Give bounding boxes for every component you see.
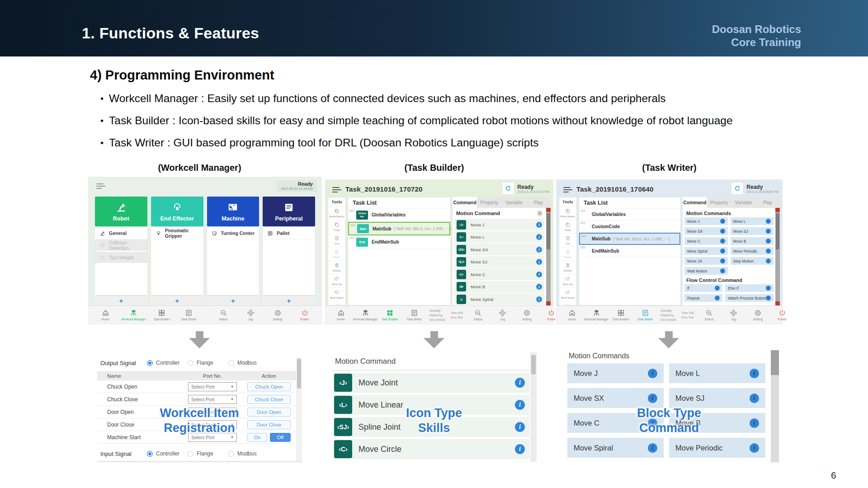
command-repeat[interactable]: Repeat — [684, 294, 722, 302]
command-move-periodic[interactable]: Move Periodic — [731, 247, 774, 255]
block-move-sx[interactable]: Move SX — [567, 388, 664, 408]
info-icon[interactable] — [515, 444, 525, 454]
scroll-up-button[interactable] — [775, 208, 780, 212]
task-row-globalvariables[interactable]: 001 GlobalVariables — [579, 208, 680, 221]
scrollbar-thumb[interactable] — [297, 359, 301, 389]
command-move-spiral[interactable]: ◎Move Spiral — [454, 293, 544, 305]
info-icon[interactable] — [750, 394, 759, 403]
info-icon[interactable] — [766, 219, 771, 224]
info-icon[interactable] — [648, 443, 657, 453]
add-robot-button[interactable]: + — [95, 296, 147, 305]
nav-home[interactable]: Home — [331, 309, 351, 321]
info-icon[interactable] — [720, 239, 725, 244]
block-move-periodic[interactable]: Move Periodic — [669, 438, 765, 458]
info-icon[interactable] — [536, 247, 542, 253]
info-icon[interactable] — [536, 222, 542, 228]
tab-command[interactable]: Command — [453, 197, 477, 208]
task-row-mainsub-selected[interactable]: 002 Start MainSub ( Task Vel. 250.0, Acc… — [348, 222, 450, 235]
command-move-c[interactable]: Move C — [684, 237, 728, 245]
task-row-mainsub-selected[interactable]: 003 MainSub [ Task Vel. 250.0, Acc. 1.00… — [579, 233, 680, 245]
tool-multi-select[interactable]: Multi-Select — [559, 206, 576, 220]
radio-flange[interactable]: Flange — [188, 360, 228, 366]
info-icon[interactable] — [648, 369, 657, 378]
tab-property[interactable]: Property — [707, 197, 731, 208]
tab-play[interactable]: Play — [526, 197, 551, 208]
radio-controller[interactable]: Controller — [147, 360, 188, 366]
scrollbar-thumb[interactable] — [771, 350, 779, 375]
radio-controller[interactable]: Controller — [147, 450, 188, 457]
command-watch-process-button[interactable]: Watch Process Button — [725, 294, 774, 302]
info-icon[interactable] — [536, 272, 542, 277]
radio-modbus[interactable]: Modbus — [228, 450, 269, 457]
task-row-globalvariables[interactable]: 001 Global Var. GlobalVariables — [348, 208, 450, 222]
tool-paste[interactable]: Paste — [559, 247, 576, 261]
chuck-open-button[interactable]: Chuck Open — [247, 382, 291, 391]
port-select[interactable]: Select Port — [188, 382, 237, 391]
nav-task-builder[interactable]: Task Builder — [151, 309, 173, 321]
tab-command[interactable]: Command — [683, 197, 707, 208]
info-icon[interactable] — [750, 369, 759, 378]
command-move-sj[interactable]: ‹SJ›Move SJ — [454, 256, 544, 268]
scrollbar-thumb[interactable] — [776, 213, 779, 249]
menu-icon[interactable] — [563, 186, 572, 194]
info-icon[interactable] — [536, 284, 542, 290]
refresh-button[interactable] — [502, 182, 514, 195]
tool-row-down[interactable]: Row Down — [328, 288, 345, 301]
info-icon[interactable] — [750, 443, 759, 453]
nav-workcell-manager[interactable]: Workcell Manager — [121, 309, 146, 321]
scrollbar[interactable] — [546, 208, 551, 305]
tool-cut[interactable]: Cut — [328, 234, 345, 247]
info-icon[interactable] — [720, 268, 725, 273]
info-icon[interactable] — [720, 229, 725, 234]
nav-home[interactable]: Home — [562, 309, 582, 321]
info-icon[interactable] — [766, 258, 771, 263]
tile-peripheral[interactable]: Peripheral — [263, 197, 315, 226]
block-move-l[interactable]: Move L — [669, 363, 765, 383]
nav-power[interactable]: Power — [772, 309, 792, 321]
scroll-down-button[interactable] — [546, 301, 551, 305]
list-item-collision-detection[interactable]: Collision Detection — [95, 239, 147, 252]
list-item-pneumatic-gripper[interactable]: Pneumatic Gripper — [151, 227, 203, 239]
list-item-general[interactable]: General — [95, 227, 147, 239]
skill-move-circle[interactable]: ‹C› Move Circle — [333, 439, 529, 459]
tool-copy[interactable]: Copy — [328, 220, 345, 234]
command-move-l[interactable]: Move L — [731, 217, 774, 225]
tool-row-up[interactable]: Row Up — [328, 274, 345, 288]
nav-power[interactable]: Power — [293, 309, 316, 321]
command-move-l[interactable]: ‹L›Move L — [454, 231, 544, 243]
nav-task-builder[interactable]: Task Builder — [380, 309, 400, 321]
info-icon[interactable] — [715, 286, 720, 291]
tool-row-down[interactable]: Row Down — [559, 288, 576, 301]
menu-icon[interactable] — [332, 186, 341, 194]
task-row-customcode[interactable]: 002 CustomCode — [579, 221, 680, 233]
command-move-j[interactable]: ‹J›Move J — [454, 219, 544, 230]
radio-flange[interactable]: Flange — [188, 450, 228, 457]
info-icon[interactable] — [720, 219, 725, 224]
tool-suppress[interactable]: Suppress — [328, 301, 345, 305]
add-peripheral-button[interactable]: + — [263, 296, 315, 305]
info-icon[interactable] — [536, 296, 542, 302]
port-select[interactable]: Select Port — [188, 395, 237, 404]
task-row-endmainsub[interactable]: 003 End EndMainSub — [348, 235, 450, 249]
list-item-pallet[interactable]: Pallet — [263, 227, 315, 239]
info-icon[interactable] — [536, 259, 542, 265]
info-icon[interactable] — [536, 234, 542, 240]
command-if[interactable]: If — [684, 284, 722, 292]
nav-status[interactable]: Status — [468, 309, 488, 321]
command-move-b[interactable]: Move B — [731, 237, 774, 245]
nav-setting[interactable]: Setting — [517, 309, 537, 321]
radio-modbus[interactable]: Modbus — [228, 360, 269, 366]
nav-task-builder[interactable]: Task Builder — [611, 309, 631, 321]
nav-setting[interactable]: Setting — [266, 309, 289, 321]
tool-paste[interactable]: Paste — [328, 247, 345, 261]
tool-suppress[interactable]: Suppress — [559, 301, 576, 305]
tool-delete[interactable]: Delete — [328, 261, 345, 274]
nav-workcell-manager[interactable]: Workcell Manager — [355, 309, 375, 321]
nav-task-writer[interactable]: Task Writer — [178, 309, 200, 321]
grid-view-icon[interactable] — [537, 211, 542, 216]
tool-multi-select[interactable]: Multi-Select — [328, 206, 345, 220]
command-move-sx[interactable]: Move SX — [684, 227, 728, 235]
list-item-turning-center[interactable]: Turning Center — [207, 227, 259, 239]
nav-status[interactable]: Status — [212, 309, 235, 321]
tool-row-up[interactable]: Row Up — [559, 274, 576, 288]
